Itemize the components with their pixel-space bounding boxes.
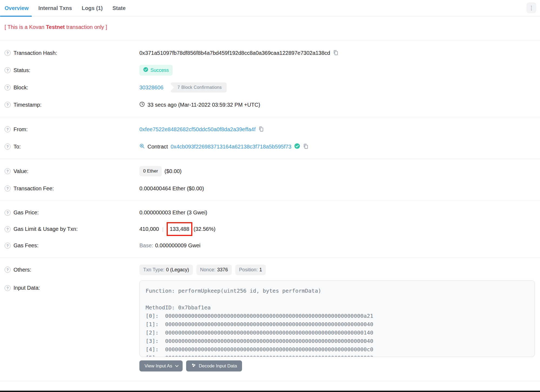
tab-state-label: State [112,5,126,11]
status-label-group: ? Status: [5,67,139,73]
section-summary: ? Transaction Hash: 0x371a51097fb78df856… [0,41,540,117]
verified-check-icon [294,143,300,150]
section-others-input: ? Others: Txn Type: 0 (Legacy) Nonce: 33… [0,258,540,381]
help-icon[interactable]: ? [5,126,11,132]
transaction-detail-page: Overview Internal Txns Logs (1) State ⋮ … [0,0,540,392]
gas-limit-label: Gas Limit & Usage by Txn: [14,226,78,232]
testnet-notice-prefix: [ This is a Kovan [5,24,46,30]
tab-state[interactable]: State [112,0,126,16]
transaction-fee-value: 0.000400464 Ether ($0.00) [139,185,204,192]
gas-limit-value: 410,000 [139,226,159,232]
gas-fees-base-value: 0.000000009 Gwei [155,242,200,249]
status-badge-label: Success [150,67,169,73]
help-icon[interactable]: ? [5,267,11,273]
input-data-label-group: ? Input Data: [5,281,139,291]
row-input-data: ? Input Data: Function: performUpkeep(ui… [0,281,540,357]
decode-input-data-label: Decode Input Data [199,363,237,369]
nonce-value: 3376 [217,267,228,273]
position-value: 1 [259,267,262,273]
input-data-actions: View Input As Decode Input Data [139,360,540,371]
help-icon[interactable]: ? [5,144,11,150]
section-addresses: ? From: 0xfee7522e8482682cf50ddc50a0f8da… [0,117,540,159]
from-label-group: ? From: [5,126,139,133]
row-from: ? From: 0xfee7522e8482682cf50ddc50a0f8da… [0,121,540,138]
more-options-button[interactable]: ⋮ [526,2,536,13]
from-label: From: [14,126,28,133]
txn-type-label: Txn Type: [143,267,165,273]
gas-used-percent: (32.56%) [194,226,216,232]
check-circle-icon [143,67,148,73]
section-gas: ? Gas Price: 0.000000003 Ether (3 Gwei) … [0,201,540,257]
transaction-fee-label: Transaction Fee: [14,185,54,192]
tab-logs[interactable]: Logs (1) [82,0,103,16]
input-data-label: Input Data: [14,285,40,291]
view-input-as-label: View Input As [145,363,172,369]
block-number-link[interactable]: 30328606 [139,85,163,91]
tab-internal-txns[interactable]: Internal Txns [38,0,72,16]
zoom-in-icon[interactable] [139,143,145,150]
position-badge: Position: 1 [235,265,266,275]
row-timestamp: ? Timestamp: 33 secs ago (Mar-11-2022 03… [0,96,540,113]
others-label-group: ? Others: [5,267,139,273]
copy-to-address-button[interactable] [303,143,309,150]
status-badge: Success [139,65,173,76]
gas-fees-label: Gas Fees: [14,242,38,249]
transaction-hash-label: Transaction Hash: [14,50,57,56]
row-to: ? To: Contract 0x4cb093f226983713164a621… [0,138,540,155]
timestamp-label-group: ? Timestamp: [5,102,139,108]
to-label-group: ? To: [5,144,139,150]
testnet-notice: [ This is a Kovan Testnet transaction on… [5,24,540,30]
copy-hash-button[interactable] [333,50,339,56]
tab-overview-label: Overview [5,5,29,11]
view-input-as-button[interactable]: View Input As [139,360,183,371]
row-status: ? Status: Success [0,62,540,79]
clock-icon [139,102,145,108]
to-label: To: [14,144,21,150]
section-value: ? Value: 0 Ether ($0.00) ? Transaction F… [0,159,540,201]
copy-from-address-button[interactable] [258,126,264,133]
gas-fees-base-label: Base: [139,242,153,249]
block-confirmations-badge: 7 Block Confirmations [170,82,227,93]
chevron-down-icon [175,364,179,367]
help-icon[interactable]: ? [5,168,11,174]
block-label: Block: [14,85,28,91]
tab-internal-txns-label: Internal Txns [38,5,72,11]
row-transaction-hash: ? Transaction Hash: 0x371a51097fb78df856… [0,44,540,62]
help-icon[interactable]: ? [5,285,11,291]
gas-used-value: 133,488 [170,226,189,232]
testnet-notice-bold: Testnet [46,24,65,30]
help-icon[interactable]: ? [5,102,11,108]
value-amount: 0 Ether [143,168,158,174]
row-transaction-fee: ? Transaction Fee: 0.000400464 Ether ($0… [0,180,540,197]
from-address-link[interactable]: 0xfee7522e8482682cf50ddc50a0f8da2a39effa… [139,126,256,133]
row-gas-fees: ? Gas Fees: Base: 0.000000009 Gwei [0,237,540,254]
status-label: Status: [14,67,30,73]
help-icon[interactable]: ? [5,85,11,90]
window-bottom-edge [0,391,540,392]
tab-overview[interactable]: Overview [5,0,29,16]
row-gas-limit-usage: ? Gas Limit & Usage by Txn: 410,000 | 13… [0,221,540,237]
to-contract-prefix: Contract [147,144,168,150]
copy-icon [333,50,339,56]
to-address-link[interactable]: 0x4cb093f226983713164a62138c3f718a5b595f… [171,144,291,150]
gas-fees-label-group: ? Gas Fees: [5,242,139,249]
help-icon[interactable]: ? [5,243,11,249]
spacer [0,30,540,40]
help-icon[interactable]: ? [5,50,11,56]
help-icon[interactable]: ? [5,226,11,232]
timestamp-value: 33 secs ago (Mar-11-2022 03:59:32 PM +UT… [147,102,260,108]
txn-type-value: 0 (Legacy) [166,267,189,273]
timestamp-label: Timestamp: [14,102,42,108]
row-value: ? Value: 0 Ether ($0.00) [0,163,540,180]
input-data-textarea[interactable]: Function: performUpkeep(uint256 id, byte… [139,281,535,357]
value-label: Value: [14,168,28,174]
help-icon[interactable]: ? [5,67,11,73]
gas-limit-separator: | [162,226,163,232]
testnet-notice-suffix: transaction only ] [65,24,107,30]
gas-price-label-group: ? Gas Price: [5,209,139,216]
help-icon[interactable]: ? [5,210,11,216]
help-icon[interactable]: ? [5,185,11,191]
decode-input-data-button[interactable]: Decode Input Data [186,360,242,371]
value-label-group: ? Value: [5,168,139,174]
row-block: ? Block: 30328606 7 Block Confirmations [0,79,540,96]
